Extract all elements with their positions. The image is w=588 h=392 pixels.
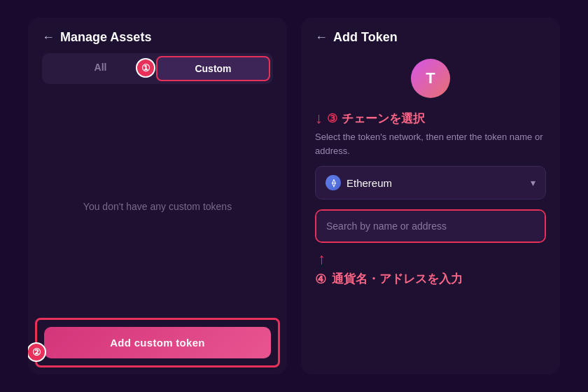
add-custom-token-button[interactable]: Add custom token <box>44 327 271 358</box>
manage-assets-title: Manage Assets <box>60 30 151 45</box>
instruction-text: Select the token's network, then enter t… <box>315 130 546 158</box>
manage-assets-panel: ← Manage Assets All Custom ① You don't h… <box>28 18 287 374</box>
empty-tokens-text: You don't have any custom tokens <box>83 201 232 212</box>
step-badge-1: ① <box>136 58 155 78</box>
back-arrow-left[interactable]: ← <box>42 30 55 45</box>
tab-custom[interactable]: Custom <box>156 56 270 81</box>
search-input[interactable] <box>316 211 545 241</box>
back-arrow-right[interactable]: ← <box>315 30 328 45</box>
search-box-wrapper <box>315 209 546 243</box>
tabs-container: All Custom <box>42 53 273 84</box>
add-token-title: Add Token <box>333 30 398 45</box>
step-3-text: チェーンを選択 <box>342 111 425 127</box>
right-panel-body: T ↓ ③ チェーンを選択 Select the token's network… <box>301 53 560 374</box>
ethereum-icon: ⟠ <box>326 175 341 190</box>
add-token-panel: ← Add Token T ↓ ③ チェーンを選択 Select the tok… <box>301 18 560 374</box>
step-4-text: 通貨名・アドレスを入力 <box>332 271 463 287</box>
step-4-badge: ④ <box>315 272 326 287</box>
chevron-down-icon: ▾ <box>531 177 536 188</box>
arrow-up-icon: ↑ <box>318 250 326 268</box>
network-dropdown[interactable]: ⟠ Ethereum ▾ <box>315 166 546 200</box>
token-icon: T <box>411 59 450 98</box>
main-container: ← Manage Assets All Custom ① You don't h… <box>0 0 588 392</box>
arrow-down-icon: ↓ <box>315 109 323 127</box>
left-panel-header: ← Manage Assets <box>28 18 287 53</box>
network-left-group: ⟠ Ethereum <box>326 175 392 190</box>
network-name-label: Ethereum <box>346 177 392 189</box>
right-panel-header: ← Add Token <box>301 18 560 53</box>
step-3-badge: ③ <box>327 111 337 126</box>
